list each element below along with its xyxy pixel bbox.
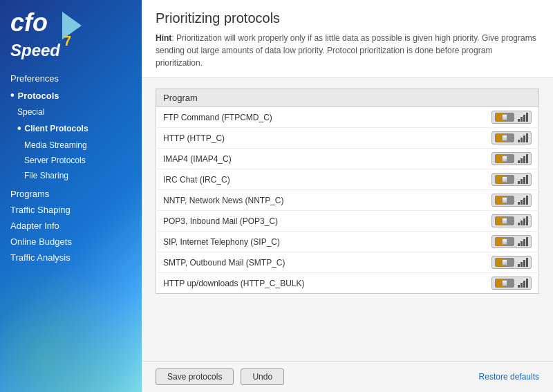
protocol-name: SIP, Internet Telephony (SIP_C) [156,232,470,252]
sidebar-item-label: Online Budgets [10,236,72,247]
table-header-controls [470,89,539,107]
page-title: Prioritizing protocols [156,10,539,26]
logo-cfo: cfo [10,8,48,37]
logo-area: cfo Speed 7 [0,0,142,67]
hint-text: Hint: Prioritization will work properly … [156,32,539,69]
protocol-control-cell [470,128,539,149]
sidebar-item-protocols[interactable]: • Protocols [0,86,142,104]
sidebar-item-label: Special [17,107,44,117]
protocols-table-area: Program FTP Command (FTPCMD_C)HTTP (HTTP… [142,78,553,361]
sidebar-item-label: Server Protocols [24,156,86,165]
priority-control-button[interactable] [491,235,532,248]
sidebar-navigation: Preferences • Protocols Special • Client… [0,67,142,392]
priority-control-button[interactable] [491,173,532,186]
table-row: NNTP, Network News (NNTP_C) [156,190,539,211]
table-header-program: Program [156,89,470,107]
protocol-name: HTTP (HTTP_C) [156,128,470,149]
protocol-control-cell [470,190,539,211]
protocol-name: HTTP up/downloads (HTTP_C_BULK) [156,273,470,294]
sidebar-item-media-streaming[interactable]: Media Streaming [0,138,142,153]
protocol-control-cell [470,211,539,232]
sidebar-item-label: Preferences [10,73,59,84]
table-row: IMAP4 (IMAP4_C) [156,149,539,169]
protocol-control-cell [470,149,539,169]
sidebar-item-traffic-shaping[interactable]: Traffic Shaping [0,202,142,218]
sidebar-item-label: Programs [10,189,49,199]
protocol-table: Program FTP Command (FTPCMD_C)HTTP (HTTP… [156,88,539,294]
save-protocols-button[interactable]: Save protocols [156,368,234,385]
logo: cfo Speed 7 [10,10,82,60]
sidebar-item-label: Protocols [18,91,59,101]
table-row: SIP, Internet Telephony (SIP_C) [156,232,539,252]
protocol-control-cell [470,169,539,190]
main-content-area: Prioritizing protocols Hint: Prioritizat… [142,0,553,392]
priority-control-button[interactable] [491,194,532,207]
table-row: IRC Chat (IRC_C) [156,169,539,190]
sidebar-item-label: Media Streaming [24,140,87,150]
priority-control-button[interactable] [491,131,532,144]
sidebar-item-programs[interactable]: Programs [0,186,142,202]
main-footer: Save protocols Undo Restore defaults [142,361,553,392]
sidebar-item-file-sharing[interactable]: File Sharing [0,168,142,183]
restore-defaults-link[interactable]: Restore defaults [479,372,539,382]
sidebar: cfo Speed 7 Preferences • Protocols Spec… [0,0,142,392]
table-row: HTTP up/downloads (HTTP_C_BULK) [156,273,539,294]
footer-buttons: Save protocols Undo [156,368,284,385]
logo-speed: Speed [10,41,60,59]
protocol-name: FTP Command (FTPCMD_C) [156,107,470,128]
sidebar-item-online-budgets[interactable]: Online Budgets [0,234,142,250]
priority-control-button[interactable] [491,214,532,227]
logo-seven: 7 [64,34,71,48]
undo-button[interactable]: Undo [241,368,284,385]
sidebar-item-label: Client Protocols [25,124,88,133]
table-row: SMTP, Outbound Mail (SMTP_C) [156,252,539,273]
protocol-name: NNTP, Network News (NNTP_C) [156,190,470,211]
protocol-control-cell [470,252,539,273]
bullet-icon: • [10,89,15,102]
sidebar-item-label: Adapter Info [10,221,59,231]
protocol-control-cell [470,107,539,128]
main-header: Prioritizing protocols Hint: Prioritizat… [142,0,553,78]
sidebar-item-label: File Sharing [24,171,68,180]
bullet-icon: • [17,122,21,135]
priority-control-button[interactable] [491,256,532,269]
protocol-name: IRC Chat (IRC_C) [156,169,470,190]
protocol-name: IMAP4 (IMAP4_C) [156,149,470,169]
table-row: POP3, Inbound Mail (POP3_C) [156,211,539,232]
table-row: HTTP (HTTP_C) [156,128,539,149]
sidebar-item-preferences[interactable]: Preferences [0,71,142,86]
sidebar-item-traffic-analysis[interactable]: Traffic Analysis [0,250,142,265]
priority-control-button[interactable] [491,277,532,290]
sidebar-item-server-protocols[interactable]: Server Protocols [0,153,142,168]
protocol-name: SMTP, Outbound Mail (SMTP_C) [156,252,470,273]
protocol-name: POP3, Inbound Mail (POP3_C) [156,211,470,232]
protocol-control-cell [470,232,539,252]
priority-control-button[interactable] [491,152,532,165]
hint-label: Hint [156,33,171,43]
table-row: FTP Command (FTPCMD_C) [156,107,539,128]
protocol-control-cell [470,273,539,294]
sidebar-item-special[interactable]: Special [0,104,142,120]
sidebar-item-label: Traffic Shaping [10,205,71,215]
sidebar-item-adapter-info[interactable]: Adapter Info [0,218,142,234]
priority-control-button[interactable] [491,111,532,124]
sidebar-item-label: Traffic Analysis [10,252,71,263]
sidebar-item-client-protocols[interactable]: • Client Protocols [0,120,142,138]
hint-body: : Prioritization will work properly only… [156,33,536,68]
